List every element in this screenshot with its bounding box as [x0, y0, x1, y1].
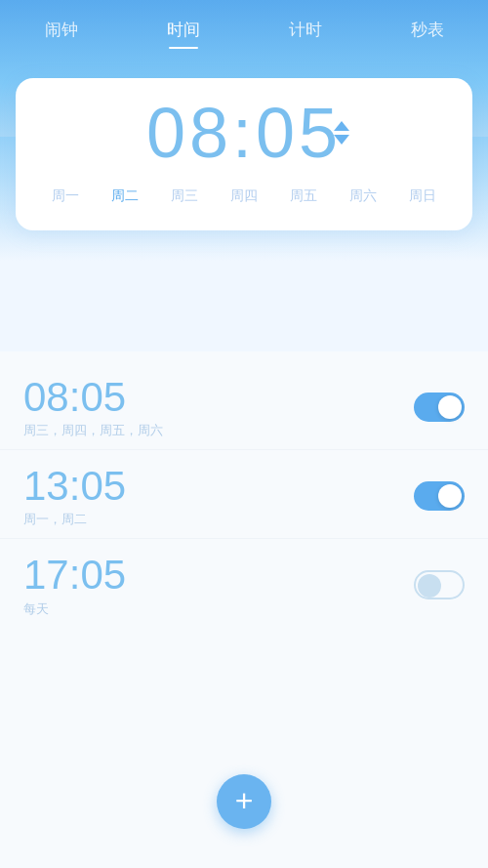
nav-tabs: 闹钟 时间 计时 秒表	[0, 0, 488, 49]
alarm-time-2[interactable]: 13:05	[23, 464, 126, 509]
hours-display: 08	[146, 94, 232, 172]
time-picker-card: 08:05 周一 周二 周三 周四 周五 周六 周日	[16, 78, 472, 230]
tab-alarm[interactable]: 闹钟	[35, 13, 88, 47]
day-wed[interactable]: 周三	[167, 186, 202, 207]
day-mon[interactable]: 周一	[48, 186, 83, 207]
minutes-decrement-button[interactable]	[334, 135, 349, 145]
day-sun[interactable]: 周日	[405, 186, 440, 207]
alarm-days-2: 周一，周二	[23, 511, 126, 528]
day-tue[interactable]: 周二	[107, 186, 142, 207]
day-sat[interactable]: 周六	[346, 186, 381, 207]
time-display-inner: 08:05	[146, 98, 342, 168]
alarm-item-1: 08:05 周三，周四，周五，周六	[0, 361, 488, 450]
add-alarm-button[interactable]: +	[217, 774, 271, 829]
main-container: 闹钟 时间 计时 秒表 08:05	[0, 0, 488, 868]
tab-time[interactable]: 时间	[157, 13, 210, 47]
alarm-item-3: 17:05 每天	[0, 539, 488, 627]
alarm-left-3: 17:05 每天	[23, 553, 126, 617]
alarm-left-1: 08:05 周三，周四，周五，周六	[23, 375, 163, 439]
arrows-container	[334, 121, 349, 145]
alarm-time-1[interactable]: 08:05	[23, 375, 163, 420]
minutes-display: 05	[256, 94, 342, 172]
days-row: 周一 周二 周三 周四 周五 周六 周日	[35, 186, 453, 207]
tab-timer[interactable]: 计时	[279, 13, 332, 47]
minutes-increment-button[interactable]	[334, 121, 349, 131]
plus-icon: +	[235, 785, 254, 816]
alarm-toggle-2[interactable]	[414, 481, 465, 511]
alarm-toggle-3[interactable]	[414, 570, 465, 599]
tab-stopwatch[interactable]: 秒表	[401, 13, 454, 47]
day-fri[interactable]: 周五	[286, 186, 321, 207]
time-value: 08:05	[146, 94, 342, 172]
alarm-toggle-1[interactable]	[414, 393, 465, 422]
colon-display: :	[232, 94, 256, 172]
alarm-days-3: 每天	[23, 600, 126, 618]
toggle-knob-3	[418, 574, 441, 598]
alarm-left-2: 13:05 周一，周二	[23, 464, 126, 528]
alarm-days-1: 周三，周四，周五，周六	[23, 422, 163, 439]
toggle-knob-2	[438, 484, 462, 508]
day-thu[interactable]: 周四	[226, 186, 262, 207]
time-display: 08:05	[35, 98, 453, 168]
alarm-time-3[interactable]: 17:05	[23, 553, 126, 598]
toggle-knob-1	[438, 395, 462, 419]
alarm-item-2: 13:05 周一，周二	[0, 450, 488, 539]
